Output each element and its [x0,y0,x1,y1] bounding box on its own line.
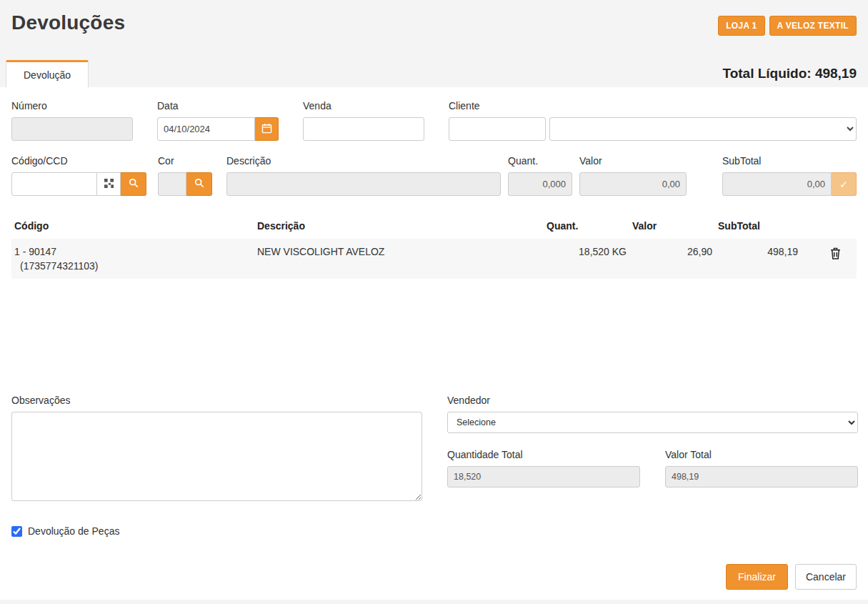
page-header: Devoluções LOJA 1 A VELOZ TEXTIL [0,0,868,59]
cell-descricao: NEW VISCOLIGHT AVELOZ [254,239,544,279]
descricao-input [226,172,501,196]
cancelar-button[interactable]: Cancelar [795,564,857,590]
cell-action [801,239,857,279]
cor-label: Cor [158,155,212,167]
tab-devolucao[interactable]: Devolução [6,60,89,87]
col-header-subtotal: SubTotal [715,214,801,239]
valor-total-input [665,466,858,487]
numero-label: Número [11,100,133,112]
lower-section: Observações Vendedor Selecione Quantidad… [11,395,857,504]
badge-company[interactable]: A VELOZ TEXTIL [769,16,857,36]
main-content: Número Data Venda Cliente [0,87,868,537]
col-header-codigo: Código [11,214,254,239]
total-liquido-label: Total Líquido: 498,19 [722,66,857,87]
items-table: Código Descrição Quant. Valor SubTotal 1… [11,214,857,279]
finalizar-button[interactable]: Finalizar [726,564,788,590]
cliente-select[interactable] [549,117,857,141]
quant-label: Quant. [508,155,572,167]
devolucao-pecas-row: Devolução de Peças [11,525,857,537]
calendar-icon [261,123,272,136]
codigo-search-button[interactable] [121,172,146,196]
cor-input [158,172,186,196]
tab-strip: Devolução Total Líquido: 498,19 [0,59,868,87]
valor-input [579,172,687,196]
item-codigo: 1 - 90147 [14,246,56,257]
col-header-quant: Quant. [544,214,629,239]
check-icon: ✓ [839,179,848,190]
confirm-item-button[interactable]: ✓ [832,172,857,196]
venda-input[interactable] [303,117,424,141]
valor-label: Valor [579,155,687,167]
descricao-label: Descrição [226,155,501,167]
cor-search-button[interactable] [186,172,212,196]
cell-valor: 26,90 [629,239,715,279]
calendar-button[interactable] [255,117,279,141]
venda-label: Venda [303,100,424,112]
subtotal-label: SubTotal [722,155,857,167]
barcode-button[interactable] [97,172,121,196]
col-header-valor: Valor [629,214,715,239]
cell-subtotal: 498,19 [715,239,801,279]
data-label: Data [157,100,279,112]
badge-loja-1[interactable]: LOJA 1 [718,16,764,36]
observacoes-label: Observações [11,395,422,406]
valor-total-label: Valor Total [665,449,858,460]
footer-actions: Finalizar Cancelar [0,554,868,604]
trash-icon [830,251,841,262]
codigo-ccd-input[interactable] [11,172,97,196]
quantidade-total-label: Quantidade Total [447,449,640,460]
table-row: 1 - 90147 (1735774321103) NEW VISCOLIGHT… [11,239,857,279]
data-input[interactable] [157,117,255,141]
form-row-2: Código/CCD Cor [11,155,857,196]
cell-codigo: 1 - 90147 (1735774321103) [11,239,254,279]
search-icon [129,178,139,190]
barcode-icon [104,179,114,190]
col-header-descricao: Descrição [254,214,544,239]
observacoes-textarea[interactable] [11,412,422,501]
devolucao-pecas-label: Devolução de Peças [28,525,119,537]
page-title: Devoluções [11,11,125,34]
subtotal-input [722,172,832,196]
items-table-header-row: Código Descrição Quant. Valor SubTotal [11,214,857,239]
delete-item-button[interactable] [829,246,842,263]
quant-input [508,172,572,196]
devolucao-pecas-checkbox[interactable] [11,526,22,537]
numero-input [11,117,133,141]
vendedor-select[interactable]: Selecione [447,412,858,433]
col-header-action [801,214,857,239]
form-row-1: Número Data Venda Cliente [11,100,857,141]
codigo-ccd-label: Código/CCD [11,155,146,167]
cliente-label: Cliente [449,100,857,112]
cliente-input[interactable] [449,117,546,141]
quantidade-total-input [447,466,640,487]
cell-quant: 18,520 KG [544,239,629,279]
vendedor-label: Vendedor [447,395,858,406]
item-codigo-barcode: (1735774321103) [14,260,251,272]
header-badges: LOJA 1 A VELOZ TEXTIL [718,16,857,36]
search-icon [194,178,204,190]
